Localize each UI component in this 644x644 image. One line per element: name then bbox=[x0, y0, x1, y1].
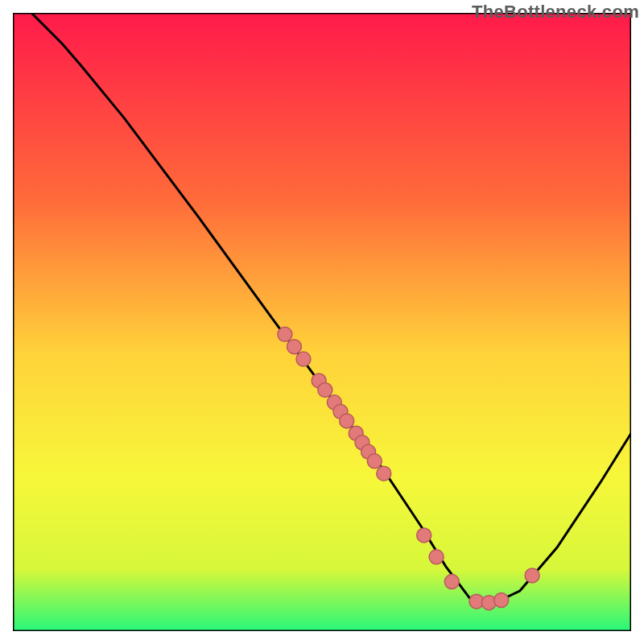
plot-frame bbox=[13, 13, 631, 631]
gradient-background bbox=[13, 13, 631, 631]
data-marker bbox=[278, 327, 292, 341]
data-marker bbox=[494, 593, 509, 608]
plot-svg bbox=[13, 13, 631, 631]
data-marker bbox=[318, 382, 332, 397]
chart-stage: TheBottleneck.com bbox=[0, 0, 644, 644]
data-marker bbox=[367, 454, 382, 469]
data-marker bbox=[296, 352, 311, 366]
data-marker bbox=[417, 528, 431, 543]
data-marker bbox=[525, 568, 539, 583]
watermark-text: TheBottleneck.com bbox=[472, 2, 639, 23]
data-marker bbox=[287, 340, 301, 354]
data-marker bbox=[377, 466, 391, 481]
data-marker bbox=[340, 414, 354, 428]
data-marker bbox=[444, 575, 459, 589]
data-marker bbox=[429, 550, 444, 564]
